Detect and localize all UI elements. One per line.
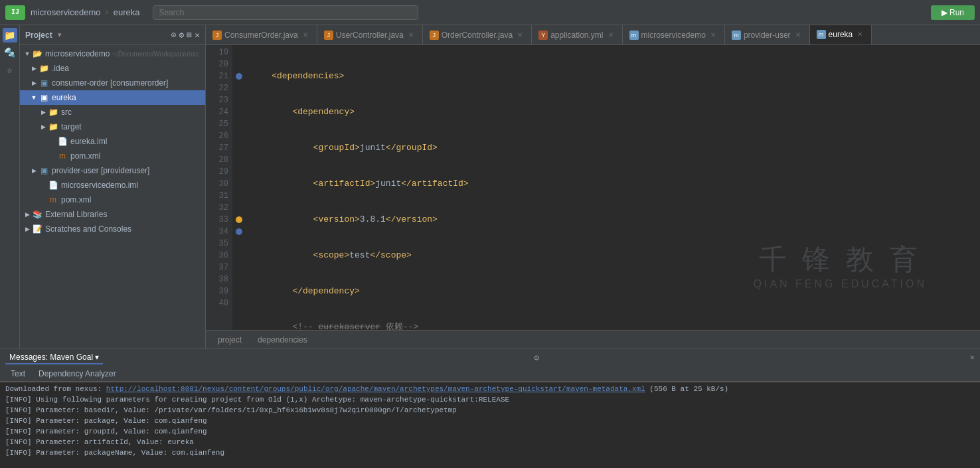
line-numbers: 19 20 21 22 23 24 25 26 27 28 29 30 31 3…: [206, 45, 232, 330]
code-content[interactable]: <dependencies> <dependency> <groupId>jun…: [246, 45, 969, 330]
tab-application-yml[interactable]: Y application.yml ✕: [532, 25, 622, 45]
sidebar-gear-icon[interactable]: ⚙: [179, 30, 185, 40]
tree-item-microservicedemo[interactable]: ▼ 📂 microservicedemo ~/Documents/Workspa…: [20, 46, 205, 61]
module-icon: ▣: [39, 92, 49, 103]
tab-close-order-controller[interactable]: ✕: [515, 31, 525, 40]
tree-item-target[interactable]: ▶ 📁 target: [20, 119, 205, 134]
tab-label: ConsumerOrder.java: [224, 31, 298, 40]
tree-item-src[interactable]: ▶ 📁 src: [20, 105, 205, 119]
file-icon: 📄: [48, 180, 58, 191]
right-gutter: [969, 45, 980, 330]
code-line-26: <!-- eurekaserver 依赖-->: [251, 321, 964, 330]
tab-icon-java: J: [430, 31, 439, 40]
tab-icon-module: m: [629, 31, 639, 40]
tab-close-user-controller[interactable]: ✕: [406, 31, 416, 40]
activity-bar: 📁 🔩 ☆: [0, 25, 20, 349]
console-line-4: [INFO] Parameter: package, Value: com.qi…: [5, 416, 975, 426]
bottom-tab-project[interactable]: project: [211, 333, 248, 347]
tab-icon-java: J: [212, 31, 222, 40]
build-close-icon[interactable]: ✕: [970, 352, 975, 362]
tree-label: External Libraries: [45, 210, 107, 219]
tab-close-provider-user[interactable]: ✕: [793, 31, 803, 40]
console-line-5: [INFO] Parameter: groupId, Value: com.qi…: [5, 426, 975, 437]
folder-icon: 📂: [32, 48, 42, 59]
sub-tab-dependency-analyzer[interactable]: Dependency Analyzer: [33, 368, 122, 380]
tree-item-consumer-order[interactable]: ▶ ▣ consumer-order [consumerorder]: [20, 76, 205, 90]
tab-order-controller[interactable]: J OrderController.java ✕: [423, 25, 532, 45]
tree-item-scratches[interactable]: ▶ 📝 Scratches and Consoles: [20, 222, 205, 236]
tab-close-microservicedemo[interactable]: ✕: [708, 31, 718, 40]
tabs-bar: J ConsumerOrder.java ✕ J UserController.…: [206, 25, 980, 45]
tree-item-microservicedemo-iml[interactable]: 📄 microservicedemo.iml: [20, 178, 205, 193]
tab-icon-java: J: [324, 31, 333, 40]
main-layout: 📁 🔩 ☆ Project ▾ ⊙ ⚙ ⊞ ✕ ▼ 📂 microservice…: [0, 25, 980, 349]
search-input[interactable]: [153, 5, 418, 20]
tree-item-eureka[interactable]: ▼ ▣ eureka: [20, 90, 205, 105]
tab-user-controller[interactable]: J UserController.java ✕: [317, 25, 423, 45]
tab-name: eureka: [114, 7, 140, 17]
tree-label: eureka.iml: [70, 137, 107, 146]
tab-label: microservicedemo: [641, 31, 706, 40]
console-area: Downloaded from nexus: http://localhost:…: [0, 382, 980, 468]
build-settings-icon[interactable]: ⚙: [534, 352, 539, 363]
tree-item-pom-root[interactable]: m pom.xml: [20, 193, 205, 207]
sidebar-close-icon[interactable]: ✕: [195, 30, 200, 40]
tab-label: OrderController.java: [442, 31, 513, 40]
tree-label: eureka: [52, 93, 76, 102]
build-run-tabs: Messages: Maven Goal ▾ ⚙ ✕: [0, 349, 980, 366]
activity-project-icon[interactable]: 📁: [3, 28, 17, 42]
project-tree: ▼ 📂 microservicedemo ~/Documents/Workspa…: [20, 45, 205, 349]
tree-label: consumer-order [consumerorder]: [52, 78, 168, 88]
tab-icon-yml: Y: [538, 31, 548, 40]
sidebar: Project ▾ ⊙ ⚙ ⊞ ✕ ▼ 📂 microservicedemo ~…: [20, 25, 206, 349]
arrow-none: [39, 195, 48, 204]
tab-label: application.yml: [550, 31, 603, 40]
build-tab-messages[interactable]: Messages: Maven Goal ▾: [5, 351, 103, 364]
sidebar-expand-icon[interactable]: ⊞: [187, 30, 192, 40]
tab-close-consumer-order[interactable]: ✕: [301, 31, 310, 40]
arrow-collapsed: ▶: [29, 64, 39, 73]
tab-eureka[interactable]: m eureka ✕: [810, 25, 872, 45]
scratch-icon: 📝: [32, 224, 42, 234]
tree-item-external-libs[interactable]: ▶ 📚 External Libraries: [20, 207, 205, 222]
sidebar-sync-icon[interactable]: ⊙: [171, 30, 177, 40]
tab-provider-user[interactable]: m provider-user ✕: [725, 25, 810, 45]
arrow-expand: ▼: [23, 49, 32, 58]
code-line-20: <dependency>: [251, 106, 964, 118]
arrow-none: [48, 137, 57, 146]
tab-microservicedemo[interactable]: m microservicedemo ✕: [623, 25, 725, 45]
code-editor[interactable]: 19 20 21 22 23 24 25 26 27 28 29 30 31 3…: [206, 45, 980, 330]
activity-favorites-icon[interactable]: ☆: [3, 62, 17, 77]
folder-icon: 📁: [48, 107, 58, 117]
run-button[interactable]: ▶ Run: [931, 5, 975, 20]
code-line-19: <dependencies>: [251, 70, 964, 82]
tree-label: pom.xml: [70, 151, 100, 161]
tree-item-idea[interactable]: ▶ 📁 .idea: [20, 61, 205, 76]
tab-close-eureka[interactable]: ✕: [855, 30, 864, 39]
console-link[interactable]: http://localhost:8081/nexus/content/grou…: [106, 385, 645, 393]
tab-close-yml[interactable]: ✕: [606, 31, 615, 40]
tree-item-pom-eureka[interactable]: m pom.xml: [20, 149, 205, 163]
bottom-tab-dependencies[interactable]: dependencies: [251, 333, 314, 347]
sidebar-title: Project: [25, 31, 52, 40]
sub-tab-text[interactable]: Text: [5, 368, 31, 380]
tree-item-provider-user[interactable]: ▶ ▣ provider-user [provideruser]: [20, 163, 205, 178]
arrow-collapsed: ▶: [39, 108, 48, 117]
code-line-25: </dependency>: [251, 285, 964, 297]
console-line-6: [INFO] Parameter: artifactId, Value: eur…: [5, 437, 975, 447]
tree-label: microservicedemo.iml: [61, 181, 138, 190]
sidebar-dropdown-arrow[interactable]: ▾: [58, 31, 62, 39]
app-logo: IJ: [5, 5, 25, 20]
arrow-collapsed: ▶: [39, 122, 48, 131]
activity-structure-icon[interactable]: 🔩: [3, 45, 17, 60]
arrow-none: [39, 181, 48, 190]
tab-icon-module: m: [732, 31, 741, 40]
folder-icon: 📁: [48, 121, 58, 132]
top-bar-right: ▶ Run: [931, 5, 975, 20]
tab-label: provider-user: [744, 31, 791, 40]
tab-consumer-order[interactable]: J ConsumerOrder.java ✕: [206, 25, 317, 45]
tree-item-eureka-iml[interactable]: 📄 eureka.iml: [20, 134, 205, 149]
arrow-collapsed: ▶: [23, 224, 32, 234]
tab-label: UserController.java: [336, 31, 404, 40]
code-line-24: <scope>test</scope>: [251, 250, 964, 262]
